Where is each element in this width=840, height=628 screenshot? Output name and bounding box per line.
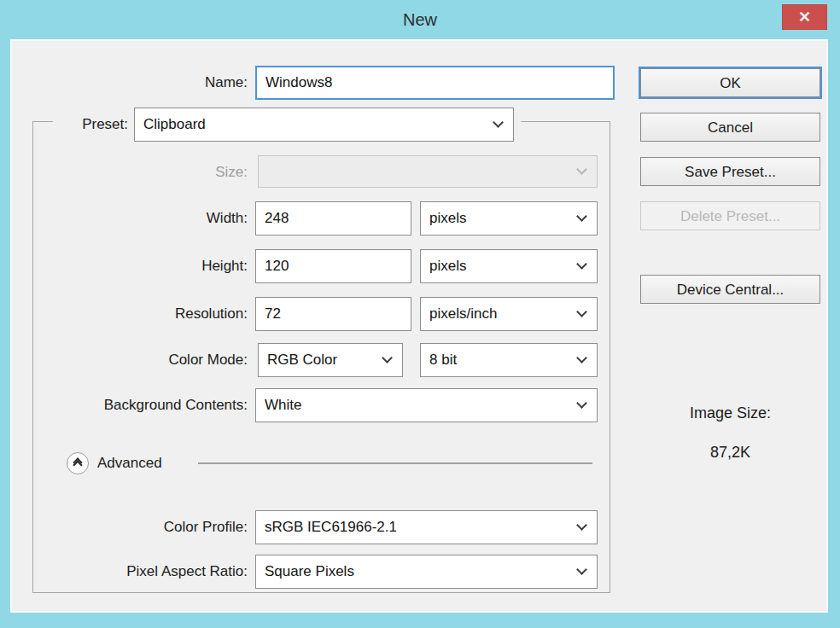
resolution-label: Resolution: [46, 297, 248, 331]
width-unit-value: pixels [429, 210, 466, 227]
chevron-down-icon [576, 211, 587, 222]
delete-preset-button[interactable]: Delete Preset... [640, 201, 820, 230]
height-input[interactable] [255, 249, 411, 283]
chevron-down-icon [576, 164, 587, 175]
color-profile-value: sRGB IEC61966-2.1 [265, 519, 397, 536]
device-central-button[interactable]: Device Central... [640, 275, 820, 304]
background-contents-value: White [265, 397, 301, 414]
resolution-unit-select[interactable]: pixels/inch [420, 297, 598, 331]
window-title: New [403, 10, 437, 30]
advanced-label: Advanced [97, 452, 162, 474]
advanced-toggle-button[interactable] [67, 452, 89, 474]
bit-depth-value: 8 bit [429, 352, 457, 369]
name-input[interactable] [255, 66, 615, 100]
color-mode-select[interactable]: RGB Color [258, 343, 403, 377]
image-size-label: Image Size: [640, 404, 820, 422]
background-contents-label: Background Contents: [46, 388, 248, 422]
window: { "window": { "title": "New", "close_ico… [0, 0, 840, 628]
advanced-divider [198, 462, 592, 464]
height-unit-select[interactable]: pixels [420, 249, 598, 283]
dialog-body: Name: Preset: Clipboard Size: Width: pix… [10, 39, 828, 613]
size-label: Size: [46, 155, 248, 188]
close-button[interactable]: ✕ [782, 4, 827, 30]
pixel-aspect-ratio-select[interactable]: Square Pixels [255, 555, 598, 589]
chevron-down-icon [576, 259, 587, 270]
preset-label: Preset: [12, 108, 128, 142]
image-size-value: 87,2K [640, 444, 820, 462]
save-preset-button[interactable]: Save Preset... [640, 157, 820, 186]
height-unit-value: pixels [429, 258, 466, 275]
titlebar: New ✕ [0, 0, 840, 39]
pixel-aspect-ratio-value: Square Pixels [265, 563, 354, 580]
height-label: Height: [46, 249, 248, 283]
width-input[interactable] [255, 201, 411, 236]
chevron-down-icon [382, 352, 393, 363]
color-profile-select[interactable]: sRGB IEC61966-2.1 [255, 510, 598, 544]
background-contents-select[interactable]: White [255, 388, 598, 422]
name-label: Name: [46, 66, 248, 100]
width-unit-select[interactable]: pixels [420, 201, 598, 236]
resolution-unit-value: pixels/inch [429, 305, 497, 323]
chevron-down-icon [576, 398, 587, 409]
resolution-input[interactable] [255, 297, 411, 331]
pixel-aspect-ratio-row: Pixel Aspect Ratio: Square Pixels [12, 555, 830, 589]
ok-button[interactable]: OK [640, 68, 820, 97]
width-label: Width: [46, 201, 248, 236]
bit-depth-select[interactable]: 8 bit [420, 343, 598, 377]
color-profile-label: Color Profile: [46, 510, 248, 544]
color-profile-row: Color Profile: sRGB IEC61966-2.1 [12, 510, 830, 544]
chevron-down-icon [576, 352, 587, 363]
cancel-button[interactable]: Cancel [640, 113, 820, 142]
preset-select[interactable]: Clipboard [134, 108, 514, 142]
chevron-down-icon [576, 520, 587, 531]
size-select[interactable] [258, 155, 598, 188]
color-mode-value: RGB Color [267, 352, 337, 369]
chevron-down-icon [576, 306, 587, 317]
pixel-aspect-ratio-label: Pixel Aspect Ratio: [46, 555, 248, 589]
close-icon: ✕ [798, 8, 811, 26]
chevron-down-icon [576, 564, 587, 575]
color-mode-label: Color Mode: [46, 343, 248, 377]
preset-value: Clipboard [143, 116, 206, 133]
color-mode-row: Color Mode: RGB Color 8 bit [12, 343, 830, 377]
chevron-down-icon [493, 117, 504, 128]
